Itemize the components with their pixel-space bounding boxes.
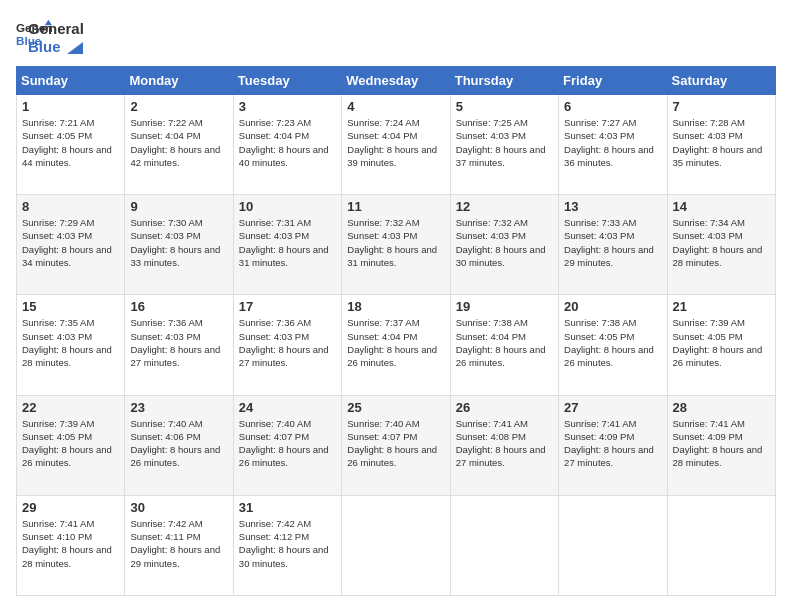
day-header-monday: Monday bbox=[125, 67, 233, 95]
cell-sun-info: Sunrise: 7:42 AMSunset: 4:12 PMDaylight:… bbox=[239, 517, 336, 570]
calendar-cell: 23Sunrise: 7:40 AMSunset: 4:06 PMDayligh… bbox=[125, 395, 233, 495]
cell-sun-info: Sunrise: 7:27 AMSunset: 4:03 PMDaylight:… bbox=[564, 116, 661, 169]
day-number: 26 bbox=[456, 400, 553, 415]
calendar-cell: 26Sunrise: 7:41 AMSunset: 4:08 PMDayligh… bbox=[450, 395, 558, 495]
day-number: 7 bbox=[673, 99, 770, 114]
day-number: 24 bbox=[239, 400, 336, 415]
day-header-friday: Friday bbox=[559, 67, 667, 95]
cell-sun-info: Sunrise: 7:33 AMSunset: 4:03 PMDaylight:… bbox=[564, 216, 661, 269]
calendar-cell bbox=[450, 495, 558, 595]
svg-marker-3 bbox=[67, 42, 83, 54]
calendar-cell: 20Sunrise: 7:38 AMSunset: 4:05 PMDayligh… bbox=[559, 295, 667, 395]
calendar-cell: 18Sunrise: 7:37 AMSunset: 4:04 PMDayligh… bbox=[342, 295, 450, 395]
calendar-cell: 14Sunrise: 7:34 AMSunset: 4:03 PMDayligh… bbox=[667, 195, 775, 295]
calendar-cell: 1Sunrise: 7:21 AMSunset: 4:05 PMDaylight… bbox=[17, 95, 125, 195]
day-number: 25 bbox=[347, 400, 444, 415]
cell-sun-info: Sunrise: 7:41 AMSunset: 4:10 PMDaylight:… bbox=[22, 517, 119, 570]
day-header-thursday: Thursday bbox=[450, 67, 558, 95]
cell-sun-info: Sunrise: 7:39 AMSunset: 4:05 PMDaylight:… bbox=[673, 316, 770, 369]
day-number: 22 bbox=[22, 400, 119, 415]
calendar-cell: 2Sunrise: 7:22 AMSunset: 4:04 PMDaylight… bbox=[125, 95, 233, 195]
calendar-cell: 13Sunrise: 7:33 AMSunset: 4:03 PMDayligh… bbox=[559, 195, 667, 295]
cell-sun-info: Sunrise: 7:35 AMSunset: 4:03 PMDaylight:… bbox=[22, 316, 119, 369]
day-number: 13 bbox=[564, 199, 661, 214]
cell-sun-info: Sunrise: 7:29 AMSunset: 4:03 PMDaylight:… bbox=[22, 216, 119, 269]
day-number: 4 bbox=[347, 99, 444, 114]
day-number: 3 bbox=[239, 99, 336, 114]
cell-sun-info: Sunrise: 7:40 AMSunset: 4:06 PMDaylight:… bbox=[130, 417, 227, 470]
day-number: 28 bbox=[673, 400, 770, 415]
calendar-cell: 28Sunrise: 7:41 AMSunset: 4:09 PMDayligh… bbox=[667, 395, 775, 495]
calendar-cell: 8Sunrise: 7:29 AMSunset: 4:03 PMDaylight… bbox=[17, 195, 125, 295]
day-number: 16 bbox=[130, 299, 227, 314]
header: General Blue General Blue bbox=[16, 16, 776, 56]
cell-sun-info: Sunrise: 7:31 AMSunset: 4:03 PMDaylight:… bbox=[239, 216, 336, 269]
cell-sun-info: Sunrise: 7:21 AMSunset: 4:05 PMDaylight:… bbox=[22, 116, 119, 169]
calendar-cell: 12Sunrise: 7:32 AMSunset: 4:03 PMDayligh… bbox=[450, 195, 558, 295]
cell-sun-info: Sunrise: 7:36 AMSunset: 4:03 PMDaylight:… bbox=[239, 316, 336, 369]
cell-sun-info: Sunrise: 7:40 AMSunset: 4:07 PMDaylight:… bbox=[347, 417, 444, 470]
calendar-cell: 30Sunrise: 7:42 AMSunset: 4:11 PMDayligh… bbox=[125, 495, 233, 595]
day-header-tuesday: Tuesday bbox=[233, 67, 341, 95]
calendar-cell: 10Sunrise: 7:31 AMSunset: 4:03 PMDayligh… bbox=[233, 195, 341, 295]
cell-sun-info: Sunrise: 7:28 AMSunset: 4:03 PMDaylight:… bbox=[673, 116, 770, 169]
day-header-wednesday: Wednesday bbox=[342, 67, 450, 95]
calendar-cell: 11Sunrise: 7:32 AMSunset: 4:03 PMDayligh… bbox=[342, 195, 450, 295]
day-number: 8 bbox=[22, 199, 119, 214]
calendar-cell: 31Sunrise: 7:42 AMSunset: 4:12 PMDayligh… bbox=[233, 495, 341, 595]
calendar-cell bbox=[667, 495, 775, 595]
day-number: 23 bbox=[130, 400, 227, 415]
calendar-cell: 29Sunrise: 7:41 AMSunset: 4:10 PMDayligh… bbox=[17, 495, 125, 595]
day-number: 12 bbox=[456, 199, 553, 214]
logo-general: General bbox=[28, 20, 84, 38]
cell-sun-info: Sunrise: 7:32 AMSunset: 4:03 PMDaylight:… bbox=[456, 216, 553, 269]
cell-sun-info: Sunrise: 7:39 AMSunset: 4:05 PMDaylight:… bbox=[22, 417, 119, 470]
cell-sun-info: Sunrise: 7:24 AMSunset: 4:04 PMDaylight:… bbox=[347, 116, 444, 169]
cell-sun-info: Sunrise: 7:22 AMSunset: 4:04 PMDaylight:… bbox=[130, 116, 227, 169]
day-number: 2 bbox=[130, 99, 227, 114]
day-number: 1 bbox=[22, 99, 119, 114]
day-number: 31 bbox=[239, 500, 336, 515]
day-number: 21 bbox=[673, 299, 770, 314]
day-number: 17 bbox=[239, 299, 336, 314]
cell-sun-info: Sunrise: 7:37 AMSunset: 4:04 PMDaylight:… bbox=[347, 316, 444, 369]
cell-sun-info: Sunrise: 7:23 AMSunset: 4:04 PMDaylight:… bbox=[239, 116, 336, 169]
day-number: 10 bbox=[239, 199, 336, 214]
cell-sun-info: Sunrise: 7:25 AMSunset: 4:03 PMDaylight:… bbox=[456, 116, 553, 169]
cell-sun-info: Sunrise: 7:38 AMSunset: 4:05 PMDaylight:… bbox=[564, 316, 661, 369]
day-number: 9 bbox=[130, 199, 227, 214]
calendar-cell: 22Sunrise: 7:39 AMSunset: 4:05 PMDayligh… bbox=[17, 395, 125, 495]
cell-sun-info: Sunrise: 7:30 AMSunset: 4:03 PMDaylight:… bbox=[130, 216, 227, 269]
calendar-cell: 9Sunrise: 7:30 AMSunset: 4:03 PMDaylight… bbox=[125, 195, 233, 295]
day-header-sunday: Sunday bbox=[17, 67, 125, 95]
day-number: 6 bbox=[564, 99, 661, 114]
day-number: 5 bbox=[456, 99, 553, 114]
calendar-table: SundayMondayTuesdayWednesdayThursdayFrid… bbox=[16, 66, 776, 596]
page: General Blue General Blue SundayMondayTu… bbox=[0, 0, 792, 612]
day-number: 29 bbox=[22, 500, 119, 515]
calendar-cell: 17Sunrise: 7:36 AMSunset: 4:03 PMDayligh… bbox=[233, 295, 341, 395]
day-number: 19 bbox=[456, 299, 553, 314]
cell-sun-info: Sunrise: 7:41 AMSunset: 4:09 PMDaylight:… bbox=[564, 417, 661, 470]
day-number: 20 bbox=[564, 299, 661, 314]
calendar-cell: 5Sunrise: 7:25 AMSunset: 4:03 PMDaylight… bbox=[450, 95, 558, 195]
calendar-cell: 4Sunrise: 7:24 AMSunset: 4:04 PMDaylight… bbox=[342, 95, 450, 195]
calendar-cell bbox=[342, 495, 450, 595]
day-number: 15 bbox=[22, 299, 119, 314]
day-header-saturday: Saturday bbox=[667, 67, 775, 95]
calendar-cell: 3Sunrise: 7:23 AMSunset: 4:04 PMDaylight… bbox=[233, 95, 341, 195]
day-number: 18 bbox=[347, 299, 444, 314]
calendar-cell bbox=[559, 495, 667, 595]
day-number: 14 bbox=[673, 199, 770, 214]
cell-sun-info: Sunrise: 7:42 AMSunset: 4:11 PMDaylight:… bbox=[130, 517, 227, 570]
calendar-cell: 21Sunrise: 7:39 AMSunset: 4:05 PMDayligh… bbox=[667, 295, 775, 395]
logo: General Blue General Blue bbox=[16, 16, 84, 56]
calendar-cell: 16Sunrise: 7:36 AMSunset: 4:03 PMDayligh… bbox=[125, 295, 233, 395]
cell-sun-info: Sunrise: 7:40 AMSunset: 4:07 PMDaylight:… bbox=[239, 417, 336, 470]
calendar-cell: 27Sunrise: 7:41 AMSunset: 4:09 PMDayligh… bbox=[559, 395, 667, 495]
logo-blue: Blue bbox=[28, 38, 83, 56]
day-number: 11 bbox=[347, 199, 444, 214]
calendar-cell: 15Sunrise: 7:35 AMSunset: 4:03 PMDayligh… bbox=[17, 295, 125, 395]
cell-sun-info: Sunrise: 7:36 AMSunset: 4:03 PMDaylight:… bbox=[130, 316, 227, 369]
calendar-cell: 19Sunrise: 7:38 AMSunset: 4:04 PMDayligh… bbox=[450, 295, 558, 395]
